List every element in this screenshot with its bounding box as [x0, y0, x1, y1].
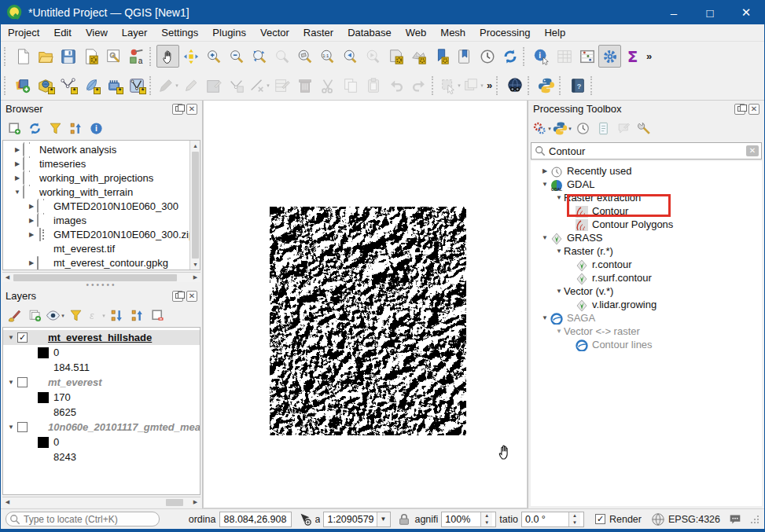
- maximize-button[interactable]: □: [692, 1, 728, 24]
- float-panel-icon[interactable]: [172, 104, 183, 115]
- expander-expanded-icon[interactable]: ▼: [554, 194, 564, 201]
- toolbar-overflow-button[interactable]: »: [644, 50, 654, 62]
- scroll-right-icon[interactable]: ▶: [190, 273, 200, 283]
- layers-panel-titlebar[interactable]: Layers ✕: [1, 288, 202, 304]
- spin-up-icon[interactable]: ▲: [481, 512, 492, 519]
- expander-collapsed-icon[interactable]: ▶: [13, 146, 22, 153]
- browser-properties-button[interactable]: i: [86, 119, 106, 138]
- toolbox-item-gdal[interactable]: ▼GDALGDAL: [531, 178, 762, 191]
- zoom-last-button[interactable]: [339, 45, 362, 68]
- open-data-source-manager-button[interactable]: [11, 74, 34, 97]
- menu-project[interactable]: Project: [1, 25, 46, 40]
- float-panel-icon[interactable]: [734, 104, 745, 115]
- magnifier-spinbox[interactable]: 100% ▲▼: [441, 512, 496, 527]
- open-layer-styling-button[interactable]: [4, 306, 24, 325]
- new-project-button[interactable]: [11, 45, 34, 68]
- layer-row-mt-everest-hillshade[interactable]: ▼ ✓ mt_everest_hillshade: [3, 330, 200, 345]
- toolbox-item-vector-v[interactable]: ▼Vector (v.*): [531, 284, 762, 298]
- filter-browser-button[interactable]: [45, 119, 65, 138]
- deselect-features-button[interactable]: ▾: [462, 74, 484, 97]
- pan-map-button[interactable]: [156, 45, 179, 68]
- toolbox-panel-titlebar[interactable]: Processing Toolbox ✕: [528, 101, 764, 117]
- metasearch-button[interactable]: [503, 74, 526, 97]
- scroll-down-icon[interactable]: ▼: [190, 259, 200, 270]
- current-edits-button[interactable]: ▾: [156, 74, 179, 97]
- toolbar-grip[interactable]: [528, 76, 533, 95]
- expander-collapsed-icon[interactable]: ▶: [27, 259, 36, 266]
- expander-collapsed-icon[interactable]: ▶: [27, 217, 36, 224]
- zoom-native-button[interactable]: 1:1: [316, 45, 339, 68]
- layer-row-mt-everest[interactable]: ▼ mt_everest: [3, 375, 200, 390]
- open-attribute-table-button[interactable]: [553, 45, 576, 68]
- expand-all-button[interactable]: [106, 306, 127, 325]
- toolbox-search[interactable]: ✕: [531, 142, 762, 160]
- toolbox-item-contour[interactable]: Contour: [531, 204, 762, 218]
- remove-layer-button[interactable]: [147, 306, 167, 325]
- style-manager-button[interactable]: a: [125, 45, 148, 68]
- menu-help[interactable]: Help: [537, 25, 572, 40]
- select-features-button[interactable]: ▾: [439, 74, 462, 97]
- open-project-button[interactable]: [34, 45, 57, 68]
- toolbox-item-v-lidar-growing[interactable]: v.lidar.growing: [531, 298, 762, 311]
- filter-legend-button[interactable]: [65, 306, 86, 325]
- layer-row-10n060e[interactable]: ▼ 10n060e_20101117_gmted_mea3: [3, 420, 200, 435]
- scrollbar-thumb[interactable]: [166, 499, 183, 506]
- render-checkbox-checked[interactable]: ✓: [595, 514, 605, 524]
- close-panel-icon[interactable]: ✕: [186, 291, 197, 302]
- menu-web[interactable]: Web: [399, 25, 434, 40]
- window-resize-grip[interactable]: [750, 515, 759, 524]
- zoom-full-extent-button[interactable]: [248, 45, 270, 68]
- copy-features-button[interactable]: [339, 74, 362, 97]
- menu-view[interactable]: View: [79, 25, 115, 40]
- models-menu-button[interactable]: ▾: [531, 119, 552, 138]
- expander-collapsed-icon[interactable]: ▶: [13, 174, 22, 182]
- expander-collapsed-icon[interactable]: ▶: [27, 203, 36, 210]
- undo-button[interactable]: [384, 74, 407, 97]
- pan-to-selection-button[interactable]: [179, 45, 202, 68]
- add-selected-layers-button[interactable]: [4, 119, 24, 138]
- manage-map-themes-button[interactable]: ▾: [45, 306, 65, 325]
- scale-combo[interactable]: 1:2090579 ▼: [323, 512, 391, 527]
- new-spatialite-layer-button[interactable]: *: [79, 74, 102, 97]
- toolbox-item-r-contour[interactable]: r.contour: [531, 258, 762, 271]
- toolbar-grip[interactable]: [496, 76, 502, 95]
- chevron-down-icon[interactable]: ▼: [377, 512, 390, 526]
- browser-item-gmted-folder[interactable]: ▶GMTED2010N10E060_300: [3, 199, 189, 213]
- zoom-in-button[interactable]: [202, 45, 225, 68]
- new-geopackage-layer-button[interactable]: *: [34, 74, 57, 97]
- map-canvas[interactable]: [203, 101, 528, 508]
- menu-processing[interactable]: Processing: [473, 25, 537, 40]
- toggle-editing-button[interactable]: [179, 74, 202, 97]
- browser-item-images[interactable]: ▶images: [3, 213, 189, 227]
- menu-edit[interactable]: Edit: [46, 25, 78, 40]
- scrollbar-thumb[interactable]: [192, 152, 199, 259]
- crs-globe-icon[interactable]: [651, 512, 665, 526]
- digitize-with-segment-button[interactable]: [225, 74, 248, 97]
- menu-raster[interactable]: Raster: [296, 25, 340, 40]
- render-checkbox-group[interactable]: ✓ Render: [594, 514, 642, 525]
- toolbox-item-vector-raster[interactable]: ▼Vector <-> raster: [531, 325, 762, 338]
- new-virtual-layer-button[interactable]: *: [102, 74, 125, 97]
- expander-expanded-icon[interactable]: ▼: [554, 328, 564, 335]
- identify-features-button[interactable]: i: [530, 45, 553, 68]
- clear-search-icon[interactable]: ✕: [746, 145, 759, 156]
- refresh-browser-button[interactable]: [24, 119, 45, 138]
- zoom-next-button[interactable]: [362, 45, 384, 68]
- menu-vector[interactable]: Vector: [253, 25, 296, 40]
- toolbar-grip[interactable]: [559, 76, 565, 95]
- processing-options-button[interactable]: [634, 119, 654, 138]
- locate-input[interactable]: [24, 514, 159, 525]
- minimize-button[interactable]: –: [656, 1, 692, 24]
- menu-plugins[interactable]: Plugins: [205, 25, 253, 40]
- expander-collapsed-icon[interactable]: ▶: [540, 167, 550, 174]
- spinner-buttons[interactable]: ▲▼: [568, 512, 580, 526]
- messages-icon[interactable]: [728, 512, 742, 526]
- expander-expanded-icon[interactable]: ▼: [554, 248, 564, 255]
- float-panel-icon[interactable]: [172, 291, 183, 302]
- zoom-to-layer-button[interactable]: [293, 45, 316, 68]
- scroll-right-icon[interactable]: ▶: [190, 497, 200, 508]
- toolbox-item-saga[interactable]: ▼SAGA: [531, 311, 762, 325]
- crs-label[interactable]: EPSG:4326: [668, 514, 720, 525]
- menu-settings[interactable]: Settings: [154, 25, 205, 40]
- save-project-button[interactable]: [57, 45, 79, 68]
